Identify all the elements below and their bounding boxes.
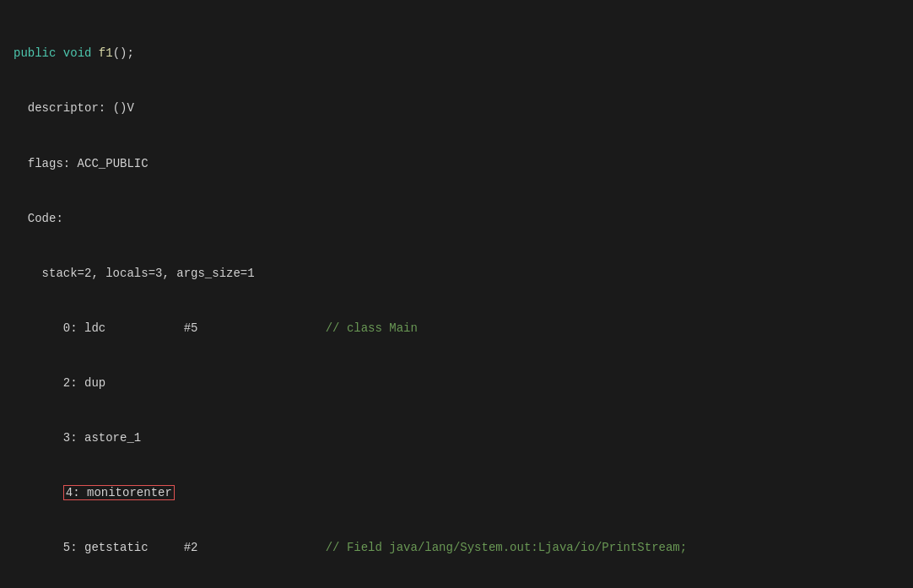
highlight-monitorenter: 4: monitorenter — [63, 485, 175, 500]
line-4: Code: — [14, 210, 899, 229]
line-5: stack=2, locals=3, args_size=1 — [14, 265, 899, 283]
line-7: 2: dup — [14, 375, 899, 393]
line-9: 4: monitorenter — [14, 484, 899, 503]
line-3: flags: ACC_PUBLIC — [14, 155, 899, 174]
line-2: descriptor: ()V — [14, 100, 899, 118]
line-6: 0: ldc #5 // class Main — [14, 320, 899, 338]
line-8: 3: astore_1 — [14, 429, 899, 448]
line-10: 5: getstatic #2 // Field java/lang/Syste… — [14, 539, 899, 558]
line-1: public void f1(); — [14, 45, 899, 63]
code-viewer: public void f1(); descriptor: ()V flags:… — [0, 0, 913, 588]
